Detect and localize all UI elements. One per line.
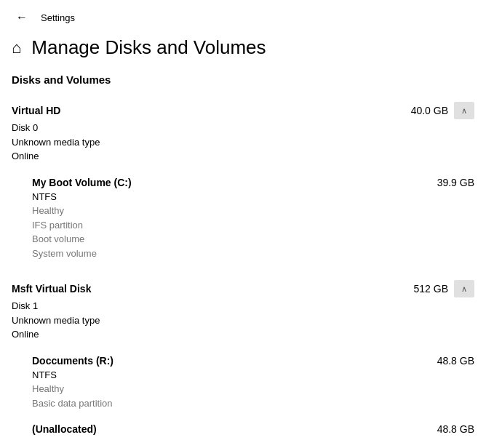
top-bar: ← Settings bbox=[0, 0, 486, 32]
volume-0-detail3: IFS partition bbox=[32, 218, 474, 233]
volume-item-1: Doccuments (R:) 48.8 GB NTFS Healthy Bas… bbox=[0, 349, 486, 418]
page-title: Manage Disks and Volumes bbox=[31, 36, 266, 59]
disk-0-name: Virtual HD bbox=[12, 105, 60, 116]
divider-0 bbox=[0, 271, 486, 271]
volume-1-size: 48.8 GB bbox=[437, 355, 474, 367]
page-header: ⌂ Manage Disks and Volumes bbox=[0, 32, 486, 73]
volume-0-size: 39.9 GB bbox=[437, 177, 474, 188]
volume-item-2: (Unallocated) 48.8 GB bbox=[0, 417, 486, 444]
disk-0-sub3: Online bbox=[12, 149, 474, 164]
disk-1-header: Msft Virtual Disk 512 GB ∧ bbox=[12, 280, 474, 297]
back-button[interactable]: ← bbox=[12, 7, 32, 28]
volume-1-detail2: Healthy bbox=[32, 382, 474, 396]
volume-1-detail1: NTFS bbox=[32, 368, 474, 383]
disk-0-sub1: Disk 0 bbox=[12, 121, 474, 135]
disk-item-1: Msft Virtual Disk 512 GB ∧ Disk 1 Unknow… bbox=[0, 274, 486, 349]
volume-2-size: 48.8 GB bbox=[437, 423, 474, 435]
disk-1-name: Msft Virtual Disk bbox=[12, 283, 91, 295]
back-arrow-icon: ← bbox=[16, 11, 28, 24]
disk-0-size: 40.0 GB bbox=[411, 105, 448, 116]
volume-0-detail2: Healthy bbox=[32, 204, 474, 218]
disk-item-0: Virtual HD 40.0 GB ∧ Disk 0 Unknown medi… bbox=[0, 96, 486, 171]
volume-item-0: My Boot Volume (C:) 39.9 GB NTFS Healthy… bbox=[0, 171, 486, 268]
disk-0-sub2: Unknown media type bbox=[12, 135, 474, 150]
disk-0-size-row: 40.0 GB ∧ bbox=[411, 102, 474, 119]
volume-1-header: Doccuments (R:) 48.8 GB bbox=[32, 355, 474, 367]
volume-2-header: (Unallocated) 48.8 GB bbox=[32, 423, 474, 435]
volume-2-name: (Unallocated) bbox=[32, 423, 97, 435]
volume-0-detail1: NTFS bbox=[32, 190, 474, 204]
section-title: Disks and Volumes bbox=[0, 73, 486, 96]
volume-0-header: My Boot Volume (C:) 39.9 GB bbox=[32, 177, 474, 188]
settings-label: Settings bbox=[41, 12, 75, 23]
volume-0-name: My Boot Volume (C:) bbox=[32, 177, 132, 188]
disk-0-header: Virtual HD 40.0 GB ∧ bbox=[12, 102, 474, 119]
disk-1-sub1: Disk 1 bbox=[12, 299, 474, 313]
volume-0-detail4: Boot volume bbox=[32, 232, 474, 247]
disk-1-expand-button[interactable]: ∧ bbox=[454, 280, 474, 297]
volume-1-detail3: Basic data partition bbox=[32, 396, 474, 411]
volume-1-name: Doccuments (R:) bbox=[32, 355, 113, 367]
disk-1-size-row: 512 GB ∧ bbox=[414, 280, 474, 297]
disk-1-sub3: Online bbox=[12, 327, 474, 342]
volume-0-detail5: System volume bbox=[32, 247, 474, 261]
home-icon: ⌂ bbox=[12, 39, 21, 57]
disk-0-expand-button[interactable]: ∧ bbox=[454, 102, 474, 119]
disk-1-size: 512 GB bbox=[414, 283, 448, 295]
disk-1-sub2: Unknown media type bbox=[12, 313, 474, 328]
